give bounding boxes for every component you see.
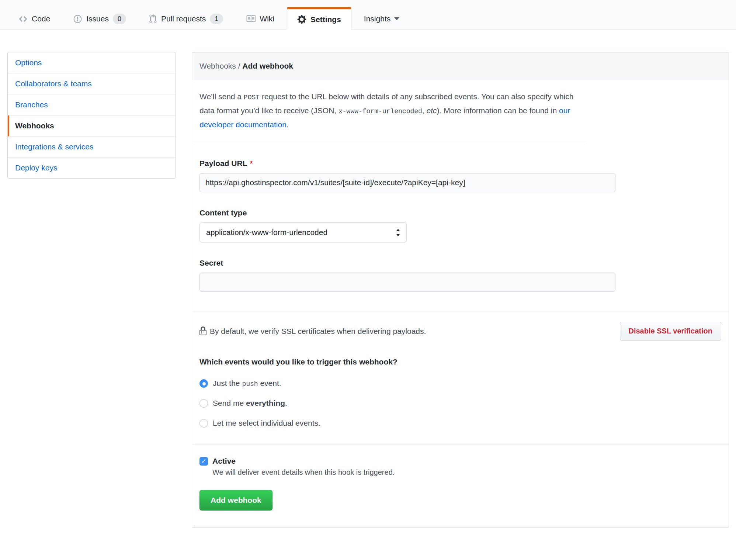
radio-send-everything[interactable] — [199, 399, 208, 408]
settings-sidebar: Options Collaborators & teams Branches W… — [7, 52, 176, 179]
active-label: Active — [212, 457, 236, 466]
content-type-group: Content type application/x-www-form-urle… — [199, 208, 721, 242]
radio-individual-events[interactable] — [199, 419, 208, 428]
tab-wiki[interactable]: Wiki — [246, 8, 274, 29]
ssl-note: By default, we verify SSL certificates w… — [199, 326, 426, 336]
gear-icon — [297, 14, 306, 24]
pull-requests-count-badge: 1 — [210, 14, 223, 24]
required-asterisk: * — [250, 159, 253, 167]
tab-label: Wiki — [260, 14, 274, 23]
issues-count-badge: 0 — [113, 14, 126, 24]
sidebar-item-options[interactable]: Options — [8, 52, 176, 73]
repo-tab-bar: Code Issues 0 Pull requests 1 Wiki Setti… — [0, 0, 736, 30]
issue-opened-icon — [73, 14, 82, 24]
radio-label: Let me select individual events. — [213, 419, 320, 428]
breadcrumb-section: Webhooks — [199, 62, 236, 70]
tab-issues[interactable]: Issues 0 — [73, 8, 126, 29]
etc-text: etc — [427, 106, 437, 115]
event-option-individual: Let me select individual events. — [199, 419, 721, 428]
add-webhook-panel: Webhooks / Add webhook We’ll send a POST… — [192, 52, 729, 528]
sidebar-item-deploy-keys[interactable]: Deploy keys — [8, 158, 176, 178]
urlencoded-code: x-www-form-urlencoded — [339, 108, 422, 115]
events-section: By default, we verify SSL certificates w… — [192, 311, 729, 445]
settings-content: Options Collaborators & teams Branches W… — [0, 30, 736, 528]
radio-label: Send me everything. — [213, 399, 287, 408]
tab-code[interactable]: Code — [18, 8, 50, 29]
chevron-down-icon — [394, 17, 399, 20]
post-code: POST — [244, 94, 260, 101]
ssl-note-text: By default, we verify SSL certificates w… — [210, 327, 426, 336]
active-help-text: We will deliver event details when this … — [212, 468, 721, 477]
radio-label: Just the push event. — [213, 379, 281, 388]
tab-label: Pull requests — [161, 14, 206, 23]
description-text: We’ll send a — [199, 92, 244, 101]
radio-just-push[interactable] — [199, 379, 208, 388]
tab-label: Insights — [364, 14, 390, 23]
content-type-select[interactable]: application/x-www-form-urlencoded — [199, 222, 407, 242]
page-title: Add webhook — [242, 62, 293, 70]
sidebar-item-branches[interactable]: Branches — [8, 94, 176, 115]
tab-insights[interactable]: Insights — [364, 8, 399, 29]
sidebar-item-webhooks[interactable]: Webhooks — [8, 115, 176, 136]
webhook-form: Payload URL* Content type application/x-… — [192, 142, 729, 311]
git-pull-request-icon — [149, 14, 157, 24]
webhook-description: We’ll send a POST request to the URL bel… — [192, 80, 587, 142]
payload-url-input[interactable] — [199, 173, 615, 192]
tab-settings[interactable]: Settings — [287, 7, 351, 30]
push-code: push — [242, 380, 258, 388]
event-option-just-push: Just the push event. — [199, 379, 721, 388]
tab-label: Issues — [86, 14, 109, 23]
sidebar-item-collaborators-teams[interactable]: Collaborators & teams — [8, 73, 176, 94]
secret-input[interactable] — [199, 273, 615, 292]
secret-group: Secret — [199, 259, 721, 292]
sidebar-item-integrations-services[interactable]: Integrations & services — [8, 136, 176, 158]
book-icon — [246, 14, 256, 24]
tab-label: Code — [32, 14, 50, 23]
ssl-verification-row: By default, we verify SSL certificates w… — [199, 322, 721, 341]
active-checkbox-row: ✓ Active — [199, 457, 721, 466]
description-text: , — [422, 106, 427, 115]
description-text: . — [287, 120, 289, 129]
content-type-selected-value: application/x-www-form-urlencoded — [206, 228, 327, 237]
lock-icon — [199, 326, 206, 336]
select-arrows-icon — [396, 229, 400, 236]
add-webhook-button[interactable]: Add webhook — [199, 490, 272, 511]
tab-label: Settings — [310, 15, 341, 24]
payload-url-label: Payload URL* — [199, 159, 721, 168]
events-question: Which events would you like to trigger t… — [199, 357, 721, 366]
breadcrumb: Webhooks / Add webhook — [192, 52, 729, 80]
secret-label: Secret — [199, 259, 721, 267]
payload-url-group: Payload URL* — [199, 159, 721, 192]
code-icon — [18, 14, 28, 24]
tab-pull-requests[interactable]: Pull requests 1 — [149, 8, 223, 29]
content-type-label: Content type — [199, 208, 721, 217]
event-option-everything: Send me everything. — [199, 399, 721, 408]
active-checkbox[interactable]: ✓ — [199, 457, 208, 466]
disable-ssl-verification-button[interactable]: Disable SSL verification — [620, 322, 722, 341]
description-text: ). More information can be found in — [437, 106, 559, 115]
breadcrumb-separator: / — [236, 62, 243, 70]
active-section: ✓ Active We will deliver event details w… — [192, 445, 729, 528]
